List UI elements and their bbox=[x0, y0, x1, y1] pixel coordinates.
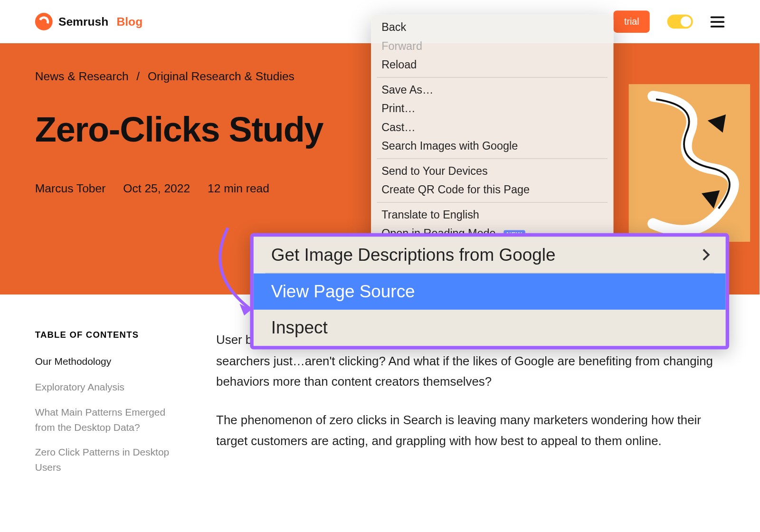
ctx-forward: Forward bbox=[371, 37, 613, 55]
ctx-qr-code[interactable]: Create QR Code for this Page bbox=[371, 180, 613, 199]
brand-section: Blog bbox=[117, 15, 143, 28]
ctx-separator bbox=[377, 202, 608, 203]
article-body: User behaviors are tough to predict at t… bbox=[216, 330, 724, 485]
toc-item[interactable]: What Main Patterns Emerged from the Desk… bbox=[35, 405, 181, 435]
ctx-reload[interactable]: Reload bbox=[371, 56, 613, 74]
article-paragraph: The phenomenon of zero clicks in Search … bbox=[216, 409, 724, 451]
publish-date: Oct 25, 2022 bbox=[123, 182, 190, 195]
ctx-separator bbox=[377, 158, 608, 159]
brand-name: Semrush bbox=[58, 15, 108, 28]
toc-item[interactable]: Zero Click Patterns in Desktop Users bbox=[35, 445, 181, 475]
ctx-image-desc-label: Get Image Descriptions from Google bbox=[271, 245, 556, 265]
theme-toggle[interactable] bbox=[667, 15, 693, 29]
breadcrumb-separator: / bbox=[136, 69, 140, 82]
ctx-search-images[interactable]: Search Images with Google bbox=[371, 137, 613, 155]
ctx-view-source-label: View Page Source bbox=[271, 282, 415, 302]
author: Marcus Tober bbox=[35, 182, 106, 195]
ctx-view-page-source[interactable]: View Page Source bbox=[254, 274, 726, 310]
read-time: 12 min read bbox=[208, 182, 269, 195]
trial-button[interactable]: trial bbox=[614, 10, 650, 33]
context-menu: Back Forward Reload Save As… Print… Cast… bbox=[371, 15, 613, 247]
ctx-inspect-label: Inspect bbox=[271, 318, 328, 338]
ctx-image-descriptions[interactable]: Get Image Descriptions from Google bbox=[254, 237, 726, 273]
toc-item[interactable]: Our Methodology bbox=[35, 354, 181, 369]
highlight-panel: Get Image Descriptions from Google View … bbox=[250, 233, 729, 350]
table-of-contents: TABLE OF CONTENTS Our Methodology Explor… bbox=[35, 330, 181, 485]
brand-logo[interactable]: Semrush Blog bbox=[35, 13, 142, 30]
ctx-back[interactable]: Back bbox=[371, 18, 613, 37]
menu-icon[interactable] bbox=[711, 16, 725, 27]
toc-item[interactable]: Exploratory Analysis bbox=[35, 380, 181, 394]
hero-illustration bbox=[619, 84, 760, 242]
ctx-send-devices[interactable]: Send to Your Devices bbox=[371, 162, 613, 180]
chevron-right-icon bbox=[698, 249, 710, 260]
ctx-print[interactable]: Print… bbox=[371, 99, 613, 118]
ctx-inspect[interactable]: Inspect bbox=[254, 310, 726, 346]
breadcrumb-item[interactable]: Original Research & Studies bbox=[148, 69, 294, 82]
ctx-cast[interactable]: Cast… bbox=[371, 118, 613, 136]
toc-title: TABLE OF CONTENTS bbox=[35, 330, 181, 340]
semrush-icon bbox=[35, 13, 53, 30]
ctx-save-as[interactable]: Save As… bbox=[371, 81, 613, 99]
annotation-arrow-icon bbox=[210, 222, 275, 327]
breadcrumb-item[interactable]: News & Research bbox=[35, 69, 129, 82]
ctx-translate[interactable]: Translate to English bbox=[371, 206, 613, 224]
ctx-separator bbox=[377, 77, 608, 77]
